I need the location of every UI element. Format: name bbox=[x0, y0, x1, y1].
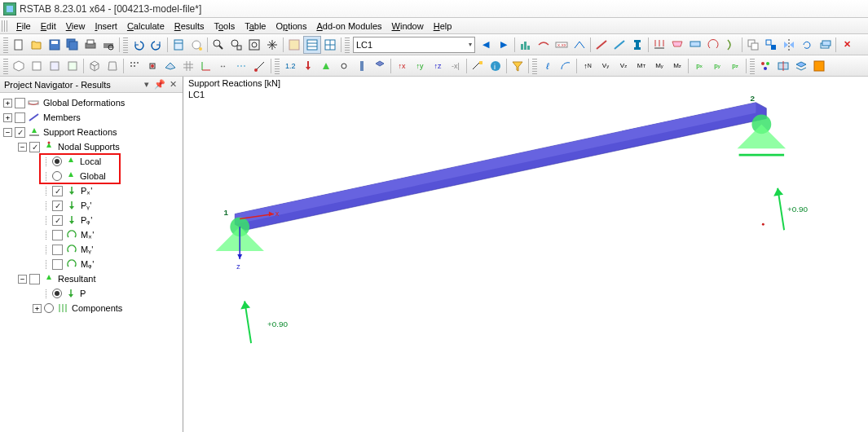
tree-local[interactable]: Local bbox=[0, 154, 183, 169]
moment-mz-button[interactable]: Mz bbox=[668, 57, 686, 75]
menu-table[interactable]: Table bbox=[240, 20, 271, 33]
loads-display-button[interactable] bbox=[299, 57, 317, 75]
tree-support-reactions[interactable]: − ✓ Support Reactions bbox=[0, 125, 183, 139]
menu-calculate[interactable]: Calculate bbox=[122, 20, 170, 33]
checkbox-checked[interactable]: ✓ bbox=[52, 201, 63, 211]
force-n-button[interactable]: ↑N bbox=[579, 57, 597, 75]
extrude-button[interactable] bbox=[816, 36, 834, 54]
zoom-fit-button[interactable] bbox=[245, 36, 263, 54]
measure-button[interactable] bbox=[469, 57, 487, 75]
rotate-button[interactable] bbox=[798, 36, 816, 54]
check-button[interactable] bbox=[187, 36, 205, 54]
info-button[interactable]: i bbox=[487, 57, 504, 75]
collapse-icon[interactable]: − bbox=[18, 143, 27, 152]
checkbox-checked[interactable]: ✓ bbox=[52, 186, 63, 196]
print-preview-button[interactable] bbox=[99, 36, 117, 54]
render-button[interactable] bbox=[371, 57, 389, 75]
load-button[interactable] bbox=[650, 36, 668, 54]
navigator-pin-button[interactable]: 📌 bbox=[154, 79, 165, 90]
show-x-button[interactable]: ↑x bbox=[393, 57, 411, 75]
tree-nodal-supports[interactable]: − ✓ Nodal Supports bbox=[0, 139, 183, 154]
section-button[interactable] bbox=[628, 36, 646, 54]
checkbox[interactable] bbox=[52, 259, 63, 270]
arc-tool-button[interactable] bbox=[557, 57, 575, 75]
moment-button[interactable] bbox=[704, 36, 722, 54]
coord-button[interactable] bbox=[251, 57, 269, 75]
print-button[interactable] bbox=[82, 36, 99, 54]
tree-mx[interactable]: Mₓ' bbox=[0, 227, 183, 242]
view-y-button[interactable] bbox=[46, 57, 64, 75]
perspective-button[interactable] bbox=[104, 57, 121, 75]
load3-button[interactable] bbox=[686, 36, 704, 54]
toolbar-grip-3[interactable] bbox=[345, 37, 350, 53]
toolbar-grip-4[interactable] bbox=[3, 58, 8, 74]
checkbox-checked[interactable]: ✓ bbox=[29, 142, 40, 152]
tree-members[interactable]: + Members bbox=[0, 110, 183, 125]
tree-p[interactable]: P bbox=[0, 286, 183, 301]
expand-icon[interactable]: + bbox=[3, 99, 12, 108]
snap-grid-button[interactable] bbox=[126, 57, 143, 75]
zoom-button[interactable] bbox=[209, 36, 227, 54]
prev-lc-button[interactable]: ◀ bbox=[477, 36, 495, 54]
undo-button[interactable] bbox=[130, 36, 148, 54]
menu-file[interactable]: File bbox=[11, 20, 36, 33]
menu-edit[interactable]: Edit bbox=[36, 20, 61, 33]
loadcase-dropdown[interactable]: LC1▾ bbox=[353, 37, 475, 53]
checkbox-checked[interactable]: ✓ bbox=[15, 127, 25, 138]
copy-button[interactable] bbox=[744, 36, 762, 54]
navigator-close-button[interactable]: ✕ bbox=[167, 79, 178, 90]
dimension-button[interactable]: ↔ bbox=[215, 57, 233, 75]
model-viewport[interactable]: Support Reactions [kN] LC1 1 2 x z bbox=[183, 77, 868, 432]
filter-button[interactable] bbox=[509, 57, 527, 75]
next-lc-button[interactable]: ▶ bbox=[495, 36, 513, 54]
view-mode-button[interactable] bbox=[285, 36, 303, 54]
show-y-button[interactable]: ↑y bbox=[411, 57, 429, 75]
toolbar-grip[interactable] bbox=[3, 37, 8, 53]
menu-grip[interactable] bbox=[2, 20, 8, 32]
menu-results[interactable]: Results bbox=[170, 20, 209, 33]
table-button[interactable] bbox=[303, 36, 321, 54]
menu-help[interactable]: Help bbox=[429, 20, 457, 33]
menu-addon[interactable]: Add-on Modules bbox=[311, 20, 386, 33]
mirror-button[interactable] bbox=[780, 36, 798, 54]
deform-button[interactable] bbox=[535, 36, 553, 54]
tree-py[interactable]: ✓ Pᵧ' bbox=[0, 198, 183, 213]
menu-options[interactable]: Options bbox=[271, 20, 311, 33]
load2-button[interactable] bbox=[668, 36, 686, 54]
expand-icon[interactable]: + bbox=[33, 304, 42, 313]
navigator-dropdown-button[interactable]: ▾ bbox=[141, 79, 152, 90]
reaction-px-button[interactable]: px bbox=[690, 57, 708, 75]
menu-window[interactable]: Window bbox=[387, 20, 429, 33]
force-vy-button[interactable]: Vy bbox=[597, 57, 615, 75]
hinges-button[interactable] bbox=[335, 57, 353, 75]
axes-button[interactable] bbox=[197, 57, 215, 75]
menu-view[interactable]: View bbox=[61, 20, 90, 33]
checkbox[interactable] bbox=[15, 112, 25, 123]
toolbar-grip-2[interactable] bbox=[123, 37, 128, 53]
tree-resultant[interactable]: − Resultant bbox=[0, 271, 183, 286]
results-toggle[interactable] bbox=[517, 36, 535, 54]
checkbox[interactable] bbox=[15, 98, 25, 108]
toolbar-end-button[interactable] bbox=[810, 57, 828, 75]
view-z-button[interactable] bbox=[64, 57, 82, 75]
toolbar-grip-6[interactable] bbox=[532, 58, 537, 74]
view-iso-button[interactable] bbox=[10, 57, 28, 75]
radio-selected[interactable] bbox=[52, 289, 62, 298]
snap-obj-button[interactable] bbox=[143, 57, 161, 75]
save-button[interactable] bbox=[46, 36, 64, 54]
save-all-button[interactable] bbox=[64, 36, 82, 54]
menu-tools[interactable]: Tools bbox=[209, 20, 240, 33]
radio-selected[interactable] bbox=[52, 156, 62, 166]
number-nodes-button[interactable]: 1.2 bbox=[281, 57, 299, 75]
tree-my[interactable]: Mᵧ' bbox=[0, 242, 183, 257]
tree-pz[interactable]: ✓ Pᵩ' bbox=[0, 213, 183, 227]
guide-lines-button[interactable] bbox=[233, 57, 251, 75]
tree-components[interactable]: + Components bbox=[0, 301, 183, 315]
tree-px[interactable]: ✓ Pₓ' bbox=[0, 183, 183, 198]
tree-global-deformations[interactable]: + Global Deformations bbox=[0, 95, 183, 110]
moment-my-button[interactable]: My bbox=[650, 57, 668, 75]
grid-lines-button[interactable] bbox=[179, 57, 197, 75]
checkbox[interactable] bbox=[52, 245, 63, 255]
member2-button[interactable] bbox=[610, 36, 628, 54]
toolbar-grip-7[interactable] bbox=[750, 58, 755, 74]
